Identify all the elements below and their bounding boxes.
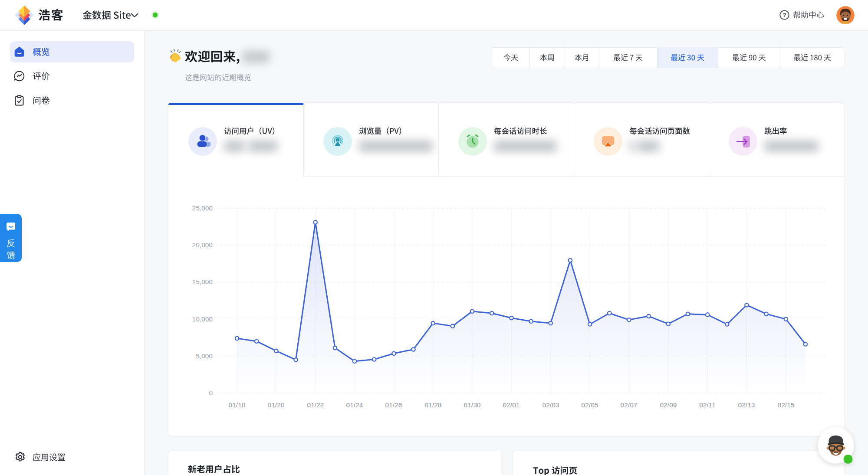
svg-text:?: ?: [783, 12, 786, 18]
